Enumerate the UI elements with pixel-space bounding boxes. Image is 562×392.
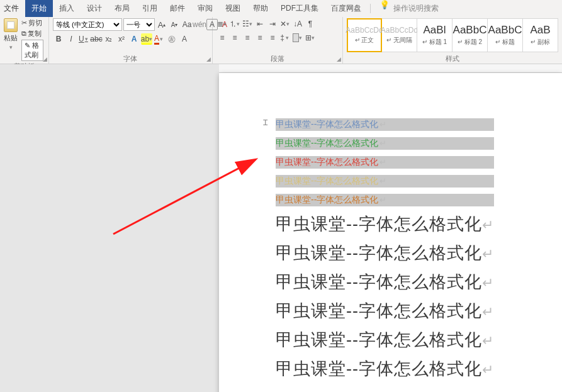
align-center-button[interactable]: ≡: [229, 32, 240, 43]
enclosed-char-button[interactable]: ㊧: [166, 33, 177, 45]
indent-inc-button[interactable]: ⇥: [267, 18, 278, 30]
style-name: ↵ 正文: [355, 36, 374, 45]
page[interactable]: Ꮖ 甲虫课堂--字体怎么格式化↵甲虫课堂--字体怎么格式化↵甲虫课堂--字体怎么…: [219, 73, 562, 392]
line-text: 甲虫课堂--字体怎么格式化: [276, 157, 378, 167]
font-color-button[interactable]: A▾: [154, 33, 165, 45]
grow-font-button[interactable]: A▴: [156, 19, 167, 30]
paragraph-launcher[interactable]: ◢: [337, 56, 341, 62]
cut-button[interactable]: ✂剪切: [20, 18, 45, 28]
style-card-4[interactable]: AaBbC↵ 标题: [488, 18, 523, 52]
asian-layout-button[interactable]: ✕▾: [279, 18, 291, 30]
line-text: 甲虫课堂--字体怎么格式化: [276, 194, 378, 204]
highlight-button[interactable]: ab▾: [141, 33, 152, 45]
shrink-font-button[interactable]: A▾: [169, 19, 180, 30]
align-right-button[interactable]: ≡: [242, 32, 253, 43]
underline-button[interactable]: U▾: [78, 33, 89, 45]
paragraph-mark-icon: ↵: [379, 176, 386, 186]
style-card-2[interactable]: AaBl↵ 标题 1: [417, 18, 452, 52]
line-text: 甲虫课堂--字体怎么格式化: [276, 272, 482, 291]
borders-button[interactable]: ⊞▾: [305, 32, 316, 43]
chevron-down-icon: ▾: [8, 44, 14, 50]
bullets-button[interactable]: ≣▾: [216, 18, 228, 30]
body-line[interactable]: 甲虫课堂--字体怎么格式化↵: [276, 242, 494, 264]
style-card-1[interactable]: AaBbCcDd↵ 无间隔: [382, 18, 417, 52]
tab-netdisk[interactable]: 百度网盘: [325, 0, 368, 17]
copy-icon: ⧉: [21, 30, 26, 38]
style-sample: AaBbC: [488, 24, 522, 36]
body-line[interactable]: 甲虫课堂--字体怎么格式化↵: [276, 271, 494, 293]
tab-file[interactable]: 文件: [0, 0, 25, 17]
text-effects-button[interactable]: A: [128, 33, 140, 45]
style-sample: AaBbCcDd: [381, 26, 418, 35]
tab-view[interactable]: 视图: [219, 0, 247, 17]
italic-button[interactable]: I: [65, 33, 77, 45]
align-distribute-button[interactable]: ≡: [267, 32, 278, 43]
change-case-button[interactable]: Aa: [181, 19, 193, 30]
group-font-label: 字体: [53, 53, 208, 64]
tab-references[interactable]: 引用: [136, 0, 164, 17]
indent-dec-button[interactable]: ⇤: [254, 18, 266, 30]
font-name-select[interactable]: 等线 (中文正文): [53, 18, 122, 31]
style-card-5[interactable]: AaB↵ 副标: [523, 18, 558, 52]
align-left-button[interactable]: ≡: [216, 32, 228, 43]
selected-line[interactable]: 甲虫课堂--字体怎么格式化↵: [276, 137, 494, 150]
group-font: 等线 (中文正文) 一号 A▴ A▾ Aa wén A A B I U▾ abc…: [49, 17, 213, 64]
phonetic-guide-button[interactable]: wén: [194, 19, 205, 30]
font-launcher[interactable]: ◢: [206, 56, 211, 62]
numbering-button[interactable]: ⒈▾: [229, 18, 240, 30]
line-text: 甲虫课堂--字体怎么格式化: [276, 244, 482, 262]
style-name: ↵ 副标: [531, 38, 550, 47]
tell-me-search[interactable]: 操作说明搜索: [393, 0, 439, 17]
sort-button[interactable]: ↓A: [292, 18, 303, 30]
tab-insert[interactable]: 插入: [53, 0, 81, 17]
style-name: ↵ 标题 2: [458, 38, 482, 47]
show-marks-button[interactable]: ¶: [305, 18, 316, 30]
ruler[interactable]: [219, 64, 562, 73]
group-paragraph-label: 段落: [216, 53, 339, 64]
multilevel-button[interactable]: ☷▾: [242, 18, 253, 30]
style-sample: AaBbCcDd: [346, 26, 383, 35]
selected-line[interactable]: 甲虫课堂--字体怎么格式化↵: [276, 194, 494, 206]
strike-button[interactable]: abc: [91, 33, 102, 45]
document-content[interactable]: 甲虫课堂--字体怎么格式化↵甲虫课堂--字体怎么格式化↵甲虫课堂--字体怎么格式…: [276, 118, 494, 380]
char-shading-button[interactable]: A: [179, 33, 190, 45]
body-line[interactable]: 甲虫课堂--字体怎么格式化↵: [276, 300, 494, 322]
tab-help[interactable]: 帮助: [247, 0, 274, 17]
paste-label: 粘贴: [4, 33, 18, 43]
style-sample: AaBl: [424, 24, 446, 36]
line-spacing-button[interactable]: ‡▾: [279, 32, 291, 43]
body-line[interactable]: 甲虫课堂--字体怎么格式化↵: [276, 213, 494, 235]
clipboard-launcher[interactable]: ◢: [43, 56, 47, 62]
styles-gallery[interactable]: AaBbCcDd↵ 正文AaBbCcDd↵ 无间隔AaBl↵ 标题 1AaBbC…: [347, 18, 558, 52]
line-text: 甲虫课堂--字体怎么格式化: [276, 119, 378, 129]
group-styles: AaBbCcDd↵ 正文AaBbCcDd↵ 无间隔AaBl↵ 标题 1AaBbC…: [343, 17, 562, 64]
selected-line[interactable]: 甲虫课堂--字体怎么格式化↵: [276, 175, 494, 188]
style-name: ↵ 标题 1: [422, 38, 447, 47]
paste-button[interactable]: 粘贴 ▾: [4, 18, 18, 50]
paragraph-mark-icon: ↵: [482, 275, 494, 291]
tab-mailings[interactable]: 邮件: [164, 0, 191, 17]
subscript-button[interactable]: x₂: [103, 33, 115, 45]
paragraph-mark-icon: ↵: [482, 246, 494, 262]
body-line[interactable]: 甲虫课堂--字体怎么格式化↵: [276, 328, 494, 351]
tab-design[interactable]: 设计: [81, 0, 108, 17]
copy-button[interactable]: ⧉复制: [20, 29, 45, 38]
align-justify-button[interactable]: ≡: [254, 32, 266, 43]
style-card-3[interactable]: AaBbC↵ 标题 2: [452, 18, 488, 52]
tab-review[interactable]: 审阅: [191, 0, 219, 17]
font-size-select[interactable]: 一号: [123, 18, 155, 31]
group-paragraph: ≣▾ ⒈▾ ☷▾ ⇤ ⇥ ✕▾ ↓A ¶ ≡ ≡ ≡ ≡ ≡ ‡▾ ▾ ⊞▾ 段…: [213, 17, 343, 64]
format-painter-button[interactable]: ✎ 格式刷: [20, 40, 45, 61]
selected-line[interactable]: 甲虫课堂--字体怎么格式化↵: [276, 118, 494, 131]
tab-pdf[interactable]: PDF工具集: [274, 0, 325, 17]
shading-button[interactable]: ▾: [292, 32, 303, 43]
paragraph-mark-icon: ↵: [379, 195, 386, 204]
text-cursor-icon: Ꮖ: [263, 118, 268, 127]
superscript-button[interactable]: x²: [116, 33, 127, 45]
style-card-0[interactable]: AaBbCcDd↵ 正文: [347, 18, 382, 52]
body-line[interactable]: 甲虫课堂--字体怎么格式化↵: [276, 357, 494, 380]
bold-button[interactable]: B: [53, 33, 64, 45]
selected-line[interactable]: 甲虫课堂--字体怎么格式化↵: [276, 156, 494, 169]
tab-layout[interactable]: 布局: [108, 0, 136, 17]
tab-home[interactable]: 开始: [25, 0, 53, 17]
